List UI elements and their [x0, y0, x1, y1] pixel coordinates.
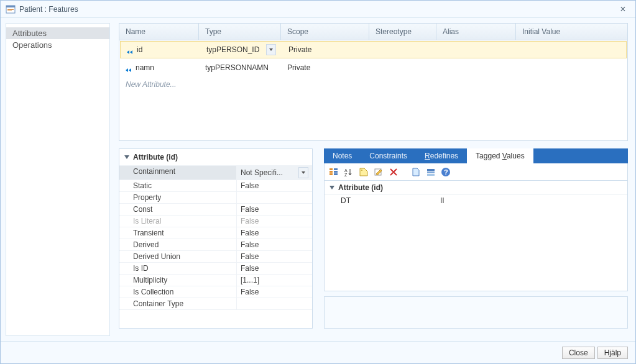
prop-val[interactable]: Not Specifi...: [236, 166, 312, 180]
prop-val[interactable]: False: [236, 263, 312, 274]
right-pane: Notes Constraints Redefines Tagged Value…: [324, 148, 628, 329]
cell-stereotype[interactable]: [369, 65, 436, 70]
cell-scope[interactable]: Private: [282, 43, 371, 57]
prop-val-text: Not Specifi...: [241, 168, 283, 177]
prop-row-const[interactable]: ConstFalse: [119, 203, 312, 215]
new-tag-icon[interactable]: [358, 166, 369, 178]
prop-row-multiplicity[interactable]: Multiplicity[1...1]: [119, 274, 312, 286]
help-icon[interactable]: ?: [440, 166, 451, 178]
grid-row[interactable]: id typPERSON_ID Private: [120, 41, 627, 58]
prop-key: Is Literal: [119, 216, 236, 227]
sidebar-item-attributes[interactable]: Attributes: [6, 27, 109, 39]
prop-key: Container Type: [119, 298, 236, 309]
svg-rect-7: [334, 168, 338, 170]
tab-constraints[interactable]: Constraints: [361, 148, 416, 163]
tv-row[interactable]: DT II: [325, 195, 627, 206]
tab-tagged-values[interactable]: Tagged Values: [467, 148, 533, 163]
cell-alias[interactable]: [436, 65, 516, 70]
prop-row-transient[interactable]: TransientFalse: [119, 227, 312, 239]
cell-name[interactable]: id: [121, 43, 200, 57]
col-type[interactable]: Type: [199, 24, 281, 40]
col-stereotype[interactable]: Stereotype: [369, 24, 436, 40]
cell-initial[interactable]: [517, 47, 626, 52]
collapse-icon: [330, 186, 334, 189]
tv-description-box: [324, 296, 628, 329]
col-initial[interactable]: Initial Value: [516, 24, 627, 40]
prop-row-containertype[interactable]: Container Type: [119, 298, 312, 309]
prop-row-property[interactable]: Property: [119, 191, 312, 203]
edit-tag-icon[interactable]: [373, 166, 384, 178]
categorized-icon[interactable]: [328, 166, 339, 178]
cell-name[interactable]: namn: [119, 61, 199, 75]
new-attribute-placeholder[interactable]: New Attribute...: [119, 76, 627, 93]
sort-az-icon[interactable]: AZ: [343, 166, 354, 178]
window-title: Patient : Features: [19, 5, 615, 14]
prop-key: Is Collection: [119, 286, 236, 298]
col-scope[interactable]: Scope: [281, 24, 369, 40]
grid-row[interactable]: namn typPERSONNAMN Private: [119, 59, 627, 76]
cell-stereotype[interactable]: [371, 47, 438, 52]
app-icon: [6, 4, 16, 14]
prop-row-derivedunion[interactable]: Derived UnionFalse: [119, 250, 312, 262]
close-icon[interactable]: ×: [615, 4, 630, 15]
prop-row-containment[interactable]: Containment Not Specifi...: [119, 165, 312, 180]
tabbar: Notes Constraints Redefines Tagged Value…: [324, 148, 628, 163]
cell-scope[interactable]: Private: [281, 61, 369, 75]
prop-val[interactable]: [236, 298, 312, 309]
prop-key: Static: [119, 180, 236, 191]
tagged-values-body: Attribute (id) DT II: [324, 181, 628, 291]
col-name[interactable]: Name: [119, 24, 199, 40]
prop-val[interactable]: False: [236, 251, 312, 262]
prop-val[interactable]: False: [236, 286, 312, 298]
prop-row-isid[interactable]: Is IDFalse: [119, 262, 312, 274]
collapse-icon: [124, 155, 129, 159]
svg-rect-3: [7, 11, 12, 11]
prop-key: Transient: [119, 227, 236, 239]
prop-val[interactable]: [236, 192, 312, 203]
tag-structured-icon[interactable]: [425, 166, 436, 178]
tv-key: DT: [341, 195, 440, 206]
svg-rect-8: [334, 171, 338, 173]
prop-dropdown-button[interactable]: [298, 167, 308, 178]
prop-val[interactable]: False: [236, 180, 312, 191]
svg-rect-1: [6, 6, 15, 7]
help-button[interactable]: Hjälp: [597, 347, 628, 359]
titlebar: Patient : Features ×: [1, 1, 635, 18]
cell-alias[interactable]: [438, 47, 517, 52]
chevron-down-icon: [269, 48, 273, 51]
sidebar-item-operations[interactable]: Operations: [6, 39, 109, 51]
svg-rect-16: [427, 174, 435, 176]
prop-row-static[interactable]: StaticFalse: [119, 180, 312, 191]
sidebar: Attributes Operations: [6, 23, 110, 336]
prop-row-derived[interactable]: DerivedFalse: [119, 239, 312, 250]
prop-val: False: [236, 216, 312, 227]
prop-val[interactable]: False: [236, 204, 312, 215]
svg-text:?: ?: [444, 168, 448, 176]
prop-val[interactable]: False: [236, 227, 312, 239]
cell-type[interactable]: typPERSONNAMN: [199, 61, 281, 75]
tag-note-icon[interactable]: [410, 166, 422, 178]
main-column: Name Type Scope Stereotype Alias Initial…: [119, 23, 628, 336]
prop-val[interactable]: False: [236, 239, 312, 250]
tab-redefines[interactable]: Redefines: [416, 148, 467, 163]
propgrid-header[interactable]: Attribute (id): [119, 149, 312, 165]
col-alias[interactable]: Alias: [436, 24, 516, 40]
delete-tag-icon[interactable]: [388, 166, 399, 178]
type-dropdown-button[interactable]: [266, 44, 276, 55]
cell-type-text: typPERSON_ID: [206, 45, 259, 54]
tv-group-header[interactable]: Attribute (id): [325, 181, 627, 195]
propgrid-title: Attribute (id): [133, 153, 178, 162]
prop-row-iscollection[interactable]: Is CollectionFalse: [119, 286, 312, 298]
prop-val[interactable]: [1...1]: [236, 275, 312, 286]
close-button[interactable]: Close: [562, 347, 595, 359]
svg-text:A: A: [344, 168, 348, 173]
cell-initial[interactable]: [516, 65, 627, 70]
prop-key: Derived: [119, 239, 236, 250]
tab-notes[interactable]: Notes: [324, 148, 361, 163]
attribute-icon: [127, 47, 134, 52]
prop-key: Containment: [119, 166, 236, 180]
prop-key: Property: [119, 192, 236, 203]
grid-header: Name Type Scope Stereotype Alias Initial…: [119, 24, 627, 40]
cell-type[interactable]: typPERSON_ID: [200, 42, 282, 58]
prop-key: Is ID: [119, 263, 236, 274]
